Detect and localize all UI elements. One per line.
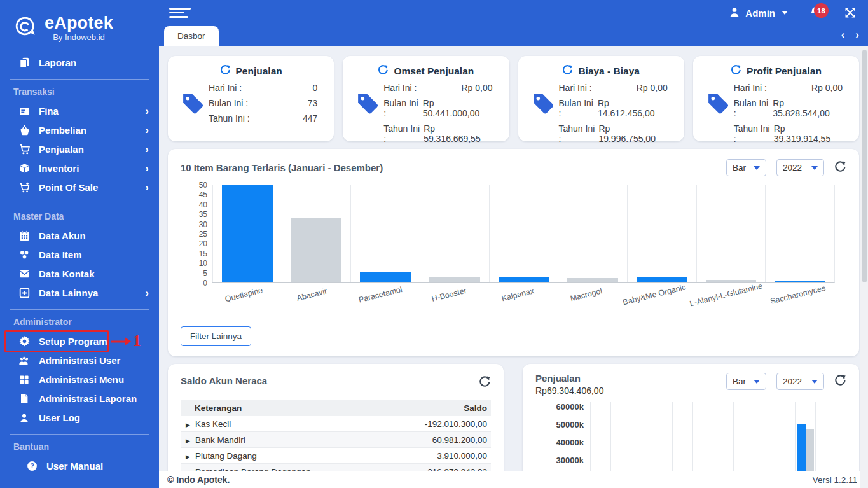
svg-text:?: ?: [30, 463, 34, 470]
sales-chart-year-select[interactable]: 2022: [776, 373, 824, 390]
divider: [10, 434, 149, 435]
brand-logo-icon: [13, 14, 37, 42]
column-keterangan: Keterangan: [181, 400, 385, 416]
notifications-button[interactable]: 18: [809, 6, 822, 20]
sidebar-item-fina[interactable]: Fina ›: [0, 102, 159, 120]
sales-card-title: Penjualan: [535, 373, 603, 384]
sidebar-item-label: Data Lainnya: [39, 288, 98, 298]
stat-row-label: Bulan Ini :: [383, 98, 422, 118]
chart-slot: [420, 185, 489, 282]
chart-slot: [212, 185, 282, 282]
gear-icon: [18, 336, 31, 347]
fullscreen-icon[interactable]: [844, 6, 857, 19]
stat-row: Bulan Ini :Rp 35.828.544,00: [734, 98, 843, 118]
shapes-cluster-icon: [18, 249, 31, 260]
x-axis-label: L-Alanyl-L-Glutamine: [692, 287, 766, 296]
bar: [706, 280, 757, 282]
hamburger-menu-icon[interactable]: [167, 4, 193, 22]
stat-row-value: Rp 50.441.000,00: [423, 98, 493, 118]
bar: [291, 218, 342, 282]
refresh-icon[interactable]: [220, 64, 231, 78]
sidebar-item-data-kontak[interactable]: Data Kontak: [0, 265, 159, 283]
top-chart-slots: [212, 185, 835, 283]
credit-card-icon: [18, 106, 31, 116]
stat-row: Tahun Ini :Rp 39.319.914,55: [734, 123, 843, 144]
refresh-icon[interactable]: [731, 64, 741, 78]
sidebar-item-label: Laporan: [39, 57, 76, 68]
row-expand-caret-icon[interactable]: ▶: [186, 454, 190, 460]
filter-lainnya-button[interactable]: Filter Lainnya: [181, 326, 251, 346]
sidebar-item-pembelian[interactable]: Pembelian ›: [0, 121, 159, 139]
table-row[interactable]: ▶Kas Kecil-192.010.300,00: [181, 416, 491, 432]
sidebar-item-inventori[interactable]: Inventori ›: [0, 159, 159, 178]
top-chart-card: 10 Item Barang Terlaris (Januari - Desem…: [168, 149, 859, 356]
chart-slot: [489, 185, 558, 282]
chevron-right-icon: ›: [145, 125, 149, 136]
saldo-akun-neraca-card: Saldo Akun Neraca Keterangan Saldo ▶Kas …: [168, 364, 504, 488]
sidebar-item-data-lainnya[interactable]: Data Lainnya ›: [0, 284, 159, 302]
scrollbar-thumb[interactable]: [862, 50, 867, 282]
table-row[interactable]: ▶Piutang Dagang3.910.000,00: [181, 448, 491, 464]
sidebar-item-label: Administrasi User: [39, 355, 120, 366]
stat-row-label: Bulan Ini :: [734, 98, 773, 118]
y-axis-tick: 20: [199, 239, 207, 248]
table-row[interactable]: ▶Bank Mandiri60.981.200,00: [181, 432, 491, 448]
sidebar-item-administrasi-menu[interactable]: Administrasi Menu: [0, 370, 159, 389]
x-axis-label: Macrogol: [555, 287, 624, 296]
stat-row-label: Hari Ini :: [383, 83, 417, 93]
sidebar-item-user-manual[interactable]: ? User Manual: [0, 457, 159, 475]
refresh-icon[interactable]: [834, 160, 846, 175]
sales-chart-type-select[interactable]: Bar: [726, 373, 766, 390]
tab-dasbor[interactable]: Dasbor: [164, 26, 219, 46]
account-name: Piutang Dagang: [195, 451, 257, 461]
sidebar-item-administrasi-laporan[interactable]: Administrasi Laporan: [0, 389, 159, 408]
user-menu[interactable]: Admin: [729, 6, 788, 20]
question-circle-icon: ?: [25, 461, 38, 471]
caret-down-icon: [754, 380, 760, 384]
sidebar-item-point-of-sale[interactable]: Point Of Sale ›: [0, 178, 159, 197]
refresh-icon[interactable]: [479, 375, 491, 390]
cart-plus-icon: [18, 182, 31, 193]
refresh-icon[interactable]: [562, 64, 573, 78]
stat-row: Hari Ini :0: [209, 83, 317, 93]
tag-icon: [706, 92, 729, 118]
refresh-icon[interactable]: [378, 64, 389, 78]
chevron-right-icon: ›: [145, 163, 149, 174]
sidebar-item-data-item[interactable]: Data Item: [0, 246, 159, 264]
brand: eApotek By Indoweb.id: [0, 0, 159, 45]
chart-type-select[interactable]: Bar: [726, 159, 766, 176]
y-axis-tick: 30: [199, 220, 207, 229]
saldo-card-title: Saldo Akun Neraca: [181, 375, 267, 386]
row-expand-caret-icon[interactable]: ▶: [186, 422, 190, 428]
row-expand-caret-icon[interactable]: ▶: [186, 438, 190, 444]
sidebar-item-laporan[interactable]: Laporan: [0, 53, 159, 72]
account-balance: -192.010.300,00: [385, 416, 491, 432]
caret-down-icon: [782, 11, 788, 15]
sidebar-item-setup-program[interactable]: Setup Program 1: [0, 332, 159, 351]
stat-card-omset-penjualan: Omset Penjualan Hari Ini :Rp 0,00Bulan I…: [343, 56, 509, 141]
chart-slot: [558, 185, 627, 282]
x-axis-label: Abacavir: [281, 287, 350, 296]
sidebar-item-label: Inventori: [39, 163, 79, 174]
account-balance: 3.910.000,00: [385, 448, 491, 464]
bar: [775, 281, 825, 282]
sidebar-item-data-akun[interactable]: Data Akun: [0, 227, 159, 245]
grid-icon: [18, 375, 31, 385]
x-axis-label: H-Booster: [418, 287, 486, 296]
user-name: Admin: [745, 8, 775, 18]
tab-scroll-right-icon[interactable]: ›: [855, 29, 859, 40]
sidebar-item-penjualan[interactable]: Penjualan ›: [0, 140, 159, 158]
sidebar-item-user-log[interactable]: User Log: [0, 408, 159, 427]
refresh-icon[interactable]: [834, 374, 846, 389]
sidebar-item-label: Data Item: [39, 249, 82, 260]
chart-year-select[interactable]: 2022: [776, 159, 824, 176]
x-axis-label: Kalpanax: [486, 287, 555, 296]
stat-cards-row: Penjualan Hari Ini :0Bulan Ini :73Tahun …: [168, 56, 859, 141]
bar: [499, 277, 549, 282]
plus-square-icon: [18, 288, 31, 298]
tab-scroll-left-icon[interactable]: ‹: [841, 29, 845, 40]
sidebar-item-administrasi-user[interactable]: Administrasi User: [0, 351, 159, 370]
chart-slot: [765, 185, 834, 282]
top-chart-y-axis: 50454035302520151050: [184, 185, 207, 283]
stat-row: Hari Ini :Rp 0,00: [734, 83, 843, 93]
